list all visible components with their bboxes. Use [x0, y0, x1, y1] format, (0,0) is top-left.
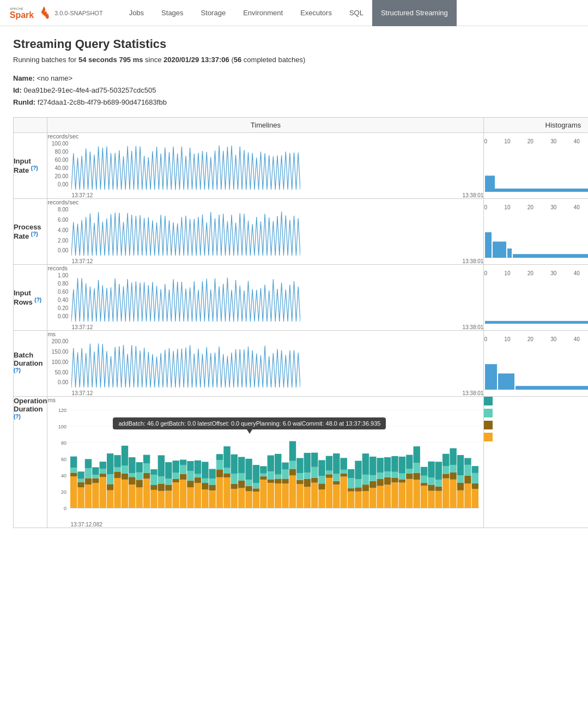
help-icon-process-rate[interactable]: (?) [31, 231, 38, 237]
operation-chart-svg: 120100806040200 [47, 404, 483, 519]
x-start-process-rate: 13:37:12 [71, 258, 93, 264]
op-x-start: 13:37:12.082 [70, 522, 102, 528]
svg-rect-100 [195, 474, 201, 477]
svg-rect-186 [355, 492, 362, 508]
svg-rect-184 [348, 478, 354, 488]
svg-rect-4 [485, 189, 588, 192]
svg-rect-164 [311, 467, 318, 478]
nav-sql[interactable]: SQL [341, 0, 372, 26]
y-label: 8.00 [58, 207, 68, 213]
nav-executors[interactable]: Executors [292, 0, 341, 26]
y-label: 0.00 [58, 181, 68, 187]
histogram-chart-process-rate: 0 10 20 30 40 50 #batches [484, 204, 588, 259]
svg-rect-172 [326, 471, 332, 475]
svg-rect-194 [370, 488, 377, 508]
since-time: 2020/01/29 13:37:06 [163, 56, 229, 64]
svg-rect-14 [498, 373, 514, 390]
x-start-batch-duration: 13:37:12 [71, 390, 93, 396]
svg-rect-168 [319, 476, 325, 484]
svg-rect-236 [442, 466, 449, 474]
y-label: 0.80 [58, 281, 68, 287]
metric-label-input-rows: Input Rows (?) [14, 289, 41, 306]
svg-rect-132 [253, 483, 259, 489]
svg-rect-226 [428, 491, 435, 508]
svg-rect-82 [166, 491, 172, 508]
svg-rect-68 [136, 472, 143, 480]
svg-rect-202 [384, 485, 391, 508]
timeline-chart-batch-duration: ms 200.00150.00100.0050.000.00 13:37:12 … [47, 331, 483, 396]
svg-rect-122 [238, 488, 245, 508]
histogram-chart-input-rows: 0 10 20 30 40 50 #batches [484, 270, 588, 325]
svg-rect-11 [485, 321, 588, 324]
svg-rect-140 [268, 471, 274, 479]
svg-rect-158 [304, 487, 311, 508]
timeline-cell-batch-duration: ms 200.00150.00100.0050.000.00 13:37:12 … [47, 331, 484, 397]
svg-rect-239 [450, 472, 457, 480]
svg-rect-177 [334, 453, 340, 474]
nav-storage[interactable]: Storage [192, 0, 235, 26]
svg-text:80: 80 [61, 440, 66, 446]
hist-x-axis-top-process-rate: 0 10 20 30 40 50 #batches [484, 204, 588, 210]
svg-rect-173 [326, 456, 332, 471]
svg-rect-156 [297, 474, 304, 480]
svg-text:120: 120 [58, 408, 66, 413]
svg-rect-125 [238, 457, 245, 474]
svg-rect-131 [253, 489, 259, 492]
spark-logo: APACHE Spark [9, 4, 52, 22]
svg-rect-252 [472, 473, 478, 483]
svg-rect-34 [78, 488, 84, 508]
nav-environment[interactable]: Environment [234, 0, 292, 26]
metric-label-batch-duration: Batch Duration (?) [14, 351, 43, 377]
svg-rect-161 [304, 453, 311, 472]
navbar: APACHE Spark 3.0.0-SNAPSHOT Jobs Stages … [0, 0, 588, 26]
svg-rect-9 [513, 254, 588, 258]
x-labels-input-rows: 13:37:12 13:38:01 [71, 324, 483, 330]
svg-rect-95 [187, 481, 194, 487]
svg-rect-134 [260, 480, 267, 508]
svg-rect-116 [224, 468, 231, 474]
y-label: 1.00 [58, 272, 68, 278]
svg-rect-231 [435, 487, 442, 491]
svg-rect-142 [275, 484, 281, 508]
nav-stages[interactable]: Stages [153, 0, 192, 26]
help-icon-batch-duration[interactable]: (?) [14, 367, 21, 373]
svg-rect-119 [231, 484, 238, 489]
svg-rect-109 [209, 469, 216, 479]
svg-text:100: 100 [58, 424, 66, 429]
svg-rect-52 [107, 474, 113, 484]
svg-rect-187 [355, 488, 362, 492]
svg-rect-174 [334, 484, 340, 508]
svg-rect-157 [297, 458, 304, 474]
y-label: 200.00 [52, 338, 69, 344]
svg-rect-165 [311, 453, 318, 467]
nav-structured-streaming[interactable]: Structured Streaming [372, 0, 457, 26]
name-label: Name: [13, 74, 35, 82]
nav-jobs[interactable]: Jobs [120, 0, 153, 26]
svg-rect-136 [260, 474, 267, 476]
svg-rect-66 [136, 488, 143, 508]
subtitle: Running batches for 54 seconds 795 ms si… [13, 56, 575, 64]
help-icon-operation-duration[interactable]: (?) [14, 413, 21, 419]
svg-rect-209 [392, 456, 398, 472]
x-end-input-rate: 13:38:01 [462, 192, 483, 198]
chart-body-input-rows: 13:37:12 13:38:01 [71, 272, 483, 330]
help-icon-input-rows[interactable]: (?) [34, 297, 41, 303]
svg-rect-69 [136, 462, 143, 472]
svg-rect-123 [238, 481, 245, 488]
help-icon-input-rate[interactable]: (?) [31, 165, 38, 171]
svg-rect-250 [472, 489, 478, 508]
svg-rect-112 [216, 460, 223, 469]
svg-rect-215 [407, 474, 413, 479]
y-label: 2.00 [58, 238, 68, 244]
x-start-input-rate: 13:37:12 [71, 192, 93, 198]
svg-rect-246 [465, 484, 471, 508]
svg-rect-216 [407, 469, 413, 474]
svg-rect-80 [158, 477, 165, 484]
svg-rect-138 [268, 483, 274, 508]
svg-rect-124 [238, 474, 245, 481]
svg-rect-180 [341, 470, 347, 474]
svg-rect-154 [297, 484, 304, 508]
svg-rect-251 [472, 483, 478, 489]
svg-rect-225 [421, 467, 427, 476]
histogram-cell-input-rate: 0 10 20 30 40 50 #batches [484, 133, 588, 199]
